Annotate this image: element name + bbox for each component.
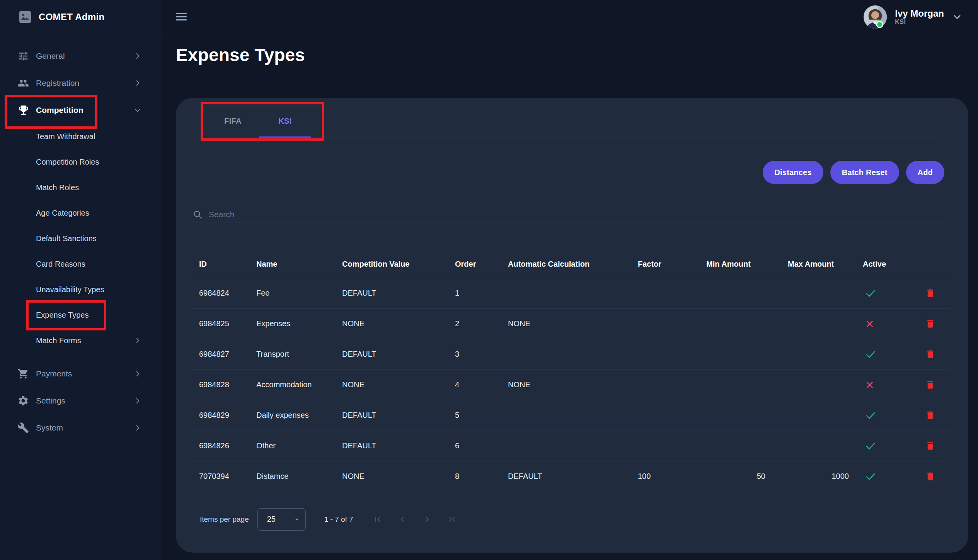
user-menu[interactable]: Ivy Morgan KSI bbox=[863, 5, 963, 29]
cell-min_amount: 50 bbox=[706, 461, 788, 492]
delete-button[interactable] bbox=[925, 471, 935, 482]
table-row: 6984825ExpensesNONE2NONE bbox=[193, 308, 950, 339]
page-header: Expense Types bbox=[160, 34, 978, 76]
cell-order: 2 bbox=[455, 308, 508, 339]
dropdown-arrow-icon bbox=[292, 515, 302, 524]
sidebar-item-unavailability-types[interactable]: Unavailability Types bbox=[0, 277, 160, 302]
cell-order: 6 bbox=[455, 431, 508, 461]
sidebar-item-match-forms[interactable]: Match Forms bbox=[0, 328, 160, 353]
sidebar-item-label: Team Withdrawal bbox=[36, 132, 95, 141]
sidebar-item-general[interactable]: General bbox=[0, 43, 160, 70]
cell-name: Expenses bbox=[256, 308, 342, 339]
previous-page-icon[interactable] bbox=[397, 514, 407, 524]
trash-icon bbox=[925, 410, 935, 420]
menu-hamburger-icon[interactable] bbox=[176, 13, 187, 20]
chevron-right-icon bbox=[134, 79, 141, 87]
sidebar-item-label: Settings bbox=[36, 396, 65, 405]
delete-button[interactable] bbox=[925, 349, 935, 359]
cell-min_amount bbox=[706, 339, 788, 369]
tab-ksi[interactable]: KSI bbox=[259, 104, 311, 138]
page-range-label: 1 - 7 of 7 bbox=[324, 515, 353, 524]
cell-actions bbox=[892, 461, 950, 492]
cell-actions bbox=[892, 339, 950, 369]
cell-active bbox=[863, 461, 892, 492]
cell-automatic_calculation: DEFAULT bbox=[508, 461, 638, 492]
active-check-icon bbox=[865, 410, 876, 421]
cell-min_amount bbox=[706, 308, 788, 339]
sidebar-item-default-sanctions[interactable]: Default Sanctions bbox=[0, 226, 160, 251]
first-page-icon[interactable] bbox=[373, 514, 383, 524]
chevron-right-icon bbox=[134, 52, 141, 60]
trash-icon bbox=[925, 380, 935, 390]
cell-id: 6984828 bbox=[193, 369, 256, 400]
sidebar-item-card-reasons[interactable]: Card Reasons bbox=[0, 251, 160, 277]
sidebar-item-payments[interactable]: Payments bbox=[0, 360, 160, 387]
delete-button[interactable] bbox=[925, 410, 935, 420]
cell-max_amount bbox=[788, 308, 863, 339]
cell-name: Distamce bbox=[256, 461, 342, 492]
sidebar: COMET Admin GeneralRegistrationCompetiti… bbox=[0, 0, 160, 560]
sidebar-item-expense-types[interactable]: Expense Types bbox=[0, 302, 160, 328]
items-per-page-label: Items per page bbox=[200, 515, 249, 524]
cell-name: Daily expenses bbox=[256, 400, 342, 431]
search-input[interactable] bbox=[209, 210, 950, 219]
column-header: Competition Value bbox=[342, 223, 455, 278]
cell-automatic_calculation bbox=[508, 339, 638, 369]
tab-fifa[interactable]: FIFA bbox=[207, 104, 259, 138]
sidebar-item-label: Age Categories bbox=[36, 209, 89, 218]
sidebar-item-label: Expense Types bbox=[36, 311, 89, 320]
paginator: Items per page 25 1 - 7 of 7 bbox=[193, 508, 950, 531]
column-header: Order bbox=[455, 223, 508, 278]
cell-automatic_calculation bbox=[508, 278, 638, 308]
table-row: 6984827TransportDEFAULT3 bbox=[193, 339, 950, 369]
cell-actions bbox=[892, 369, 950, 400]
trash-icon bbox=[925, 441, 935, 451]
chevron-right-icon bbox=[134, 370, 141, 378]
cell-factor bbox=[638, 339, 706, 369]
sidebar-item-team-withdrawal[interactable]: Team Withdrawal bbox=[0, 124, 160, 149]
cell-order: 8 bbox=[455, 461, 508, 492]
cell-active bbox=[863, 278, 892, 308]
column-header: Automatic Calculation bbox=[508, 223, 638, 278]
search-bar bbox=[193, 206, 950, 223]
cell-order: 3 bbox=[455, 339, 508, 369]
sidebar-item-age-categories[interactable]: Age Categories bbox=[0, 200, 160, 226]
avatar bbox=[863, 5, 887, 29]
page-size-value: 25 bbox=[267, 515, 276, 524]
cell-min_amount bbox=[706, 431, 788, 461]
tune-icon bbox=[17, 50, 31, 62]
delete-button[interactable] bbox=[925, 318, 935, 329]
batch-reset-button[interactable]: Batch Reset bbox=[830, 161, 899, 184]
sidebar-item-competition-roles[interactable]: Competition Roles bbox=[0, 149, 160, 175]
trash-icon bbox=[925, 288, 935, 298]
cell-order: 1 bbox=[455, 278, 508, 308]
last-page-icon[interactable] bbox=[447, 514, 457, 524]
sidebar-item-label: Competition Roles bbox=[36, 158, 99, 167]
app-window: COMET Admin GeneralRegistrationCompetiti… bbox=[0, 0, 978, 560]
trophy-icon bbox=[17, 104, 31, 116]
delete-button[interactable] bbox=[925, 288, 935, 298]
add-button[interactable]: Add bbox=[906, 161, 944, 184]
cell-competition_value: DEFAULT bbox=[342, 431, 455, 461]
distances-button[interactable]: Distances bbox=[763, 161, 823, 184]
search-icon bbox=[193, 209, 203, 220]
column-header: Name bbox=[256, 223, 342, 278]
page-size-select[interactable]: 25 bbox=[257, 508, 306, 531]
sidebar-item-settings[interactable]: Settings bbox=[0, 387, 160, 414]
delete-button[interactable] bbox=[925, 380, 935, 390]
sidebar-item-registration[interactable]: Registration bbox=[0, 70, 160, 97]
cell-competition_value: DEFAULT bbox=[342, 278, 455, 308]
sidebar-item-match-roles[interactable]: Match Roles bbox=[0, 175, 160, 200]
cell-id: 6984829 bbox=[193, 400, 256, 431]
cell-min_amount bbox=[706, 369, 788, 400]
column-header-actions bbox=[892, 223, 950, 278]
next-page-icon[interactable] bbox=[422, 514, 432, 524]
sidebar-item-competition[interactable]: Competition bbox=[0, 97, 160, 124]
delete-button[interactable] bbox=[925, 441, 935, 451]
cell-automatic_calculation bbox=[508, 431, 638, 461]
cell-active bbox=[863, 369, 892, 400]
chevron-right-icon bbox=[134, 337, 141, 344]
cell-factor: 100 bbox=[638, 461, 706, 492]
table-row: 6984829Daily expensesDEFAULT5 bbox=[193, 400, 950, 431]
sidebar-item-system[interactable]: System bbox=[0, 414, 160, 441]
